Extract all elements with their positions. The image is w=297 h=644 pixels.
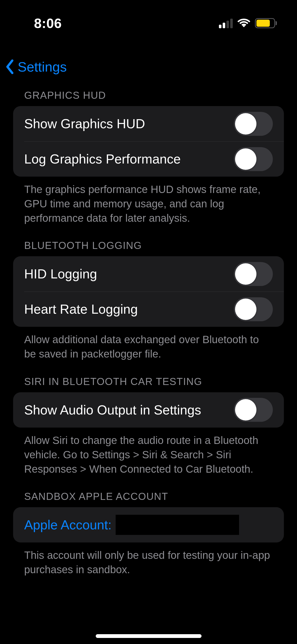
section-footer-siri-car: Allow Siri to change the audio route in … bbox=[13, 428, 284, 476]
wifi-icon bbox=[237, 18, 250, 28]
switch-heart-rate-logging[interactable] bbox=[234, 297, 273, 321]
section-header-sandbox-account: SANDBOX APPLE ACCOUNT bbox=[13, 476, 284, 507]
home-indicator[interactable] bbox=[96, 634, 202, 638]
section-footer-graphics-hud: The graphics performance HUD shows frame… bbox=[13, 177, 284, 225]
row-label: Show Graphics HUD bbox=[24, 116, 234, 131]
row-apple-account[interactable]: Apple Account: bbox=[13, 507, 284, 542]
section-header-siri-car: SIRI IN BLUETOOTH CAR TESTING bbox=[13, 361, 284, 392]
section-header-bluetooth-logging: BLUETOOTH LOGGING bbox=[13, 225, 284, 256]
status-indicators bbox=[219, 10, 277, 28]
group-siri-car: Show Audio Output in Settings bbox=[13, 392, 284, 428]
row-label-apple-account: Apple Account: bbox=[24, 515, 273, 535]
settings-content[interactable]: GRAPHICS HUD Show Graphics HUD Log Graph… bbox=[0, 82, 297, 644]
row-label: Show Audio Output in Settings bbox=[24, 402, 234, 417]
apple-account-value-redacted bbox=[116, 515, 239, 535]
row-hid-logging: HID Logging bbox=[13, 256, 284, 292]
apple-account-label: Apple Account: bbox=[24, 517, 112, 532]
row-show-audio-output: Show Audio Output in Settings bbox=[13, 392, 284, 428]
group-bluetooth-logging: HID Logging Heart Rate Logging bbox=[13, 256, 284, 327]
group-graphics-hud: Show Graphics HUD Log Graphics Performan… bbox=[13, 106, 284, 177]
row-heart-rate-logging: Heart Rate Logging bbox=[13, 292, 284, 327]
chevron-left-icon bbox=[5, 59, 15, 74]
back-button[interactable]: Settings bbox=[5, 59, 67, 75]
row-label: HID Logging bbox=[24, 266, 234, 281]
row-show-graphics-hud: Show Graphics HUD bbox=[13, 106, 284, 141]
row-label: Heart Rate Logging bbox=[24, 302, 234, 317]
section-header-graphics-hud: GRAPHICS HUD bbox=[13, 82, 284, 106]
row-log-graphics-performance: Log Graphics Performance bbox=[13, 141, 284, 177]
section-footer-bluetooth-logging: Allow additional data exchanged over Blu… bbox=[13, 327, 284, 361]
section-footer-sandbox-account: This account will only be used for testi… bbox=[13, 542, 284, 577]
switch-log-graphics-performance[interactable] bbox=[234, 147, 273, 171]
switch-show-audio-output[interactable] bbox=[234, 398, 273, 422]
cellular-icon bbox=[219, 18, 233, 28]
group-sandbox-account: Apple Account: bbox=[13, 507, 284, 542]
status-bar: 8:06 bbox=[0, 0, 297, 38]
back-label: Settings bbox=[18, 59, 67, 75]
switch-hid-logging[interactable] bbox=[234, 262, 273, 286]
battery-icon bbox=[255, 18, 277, 28]
row-label: Log Graphics Performance bbox=[24, 151, 234, 167]
switch-show-graphics-hud[interactable] bbox=[234, 112, 273, 136]
status-time: 8:06 bbox=[0, 7, 62, 31]
nav-bar: Settings bbox=[0, 53, 297, 81]
